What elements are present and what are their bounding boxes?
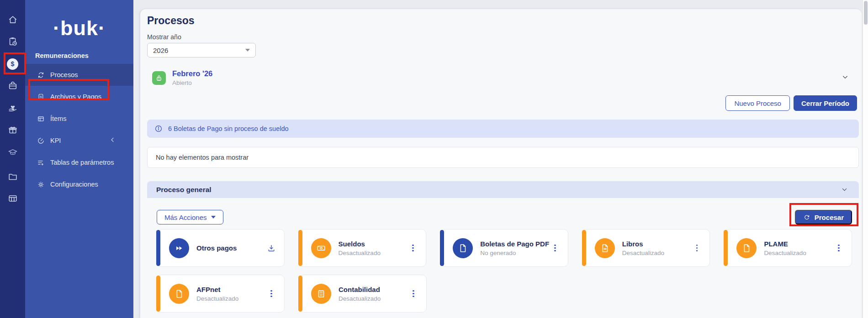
process-card-sueldos[interactable]: Sueldos Desactualizado: [299, 229, 427, 267]
main-panel: Procesos Mostrar año 2026 Febrero '26 Ab…: [140, 9, 862, 318]
sidebar-item-label: KPI: [50, 137, 61, 144]
period-row: Febrero '26 Abierto: [147, 69, 859, 86]
download-icon[interactable]: [266, 243, 277, 254]
buk-logo[interactable]: ·buk·: [25, 16, 133, 40]
section-actions: Más Acciones Procesar: [157, 210, 852, 224]
year-select[interactable]: 2026: [147, 43, 256, 57]
card-status: Desactualizado: [339, 250, 381, 256]
card-accent: [582, 230, 586, 266]
year-select-label: Mostrar año: [147, 33, 859, 41]
sidebar: ·buk· Remuneraciones Procesos $ Archivos…: [25, 0, 133, 318]
sidebar-item-label: Archivos y Pagos: [50, 93, 101, 100]
scrollbar-thumb[interactable]: [864, 1, 868, 25]
card-accent: [440, 230, 444, 266]
sidebar-item-archivos-y-pagos[interactable]: $ Archivos y Pagos: [25, 86, 133, 108]
calculator-icon: [311, 284, 331, 304]
sidebar-collapse-chevron-icon[interactable]: [109, 136, 116, 145]
gauge-icon: [37, 137, 45, 145]
cerrar-periodo-button[interactable]: Cerrar Período: [794, 95, 857, 111]
procesar-label: Procesar: [815, 214, 844, 221]
card-title: Libros: [622, 240, 643, 248]
hand-heart-icon[interactable]: [0, 99, 25, 117]
card-status: Desactualizado: [196, 295, 238, 302]
sync-icon: [37, 71, 45, 79]
kebab-menu-icon[interactable]: [833, 243, 844, 254]
card-title: Sueldos: [339, 240, 365, 248]
sidebar-item-items[interactable]: Ítems: [25, 108, 133, 130]
process-card-plame[interactable]: PLAME Desactualizado: [724, 229, 852, 267]
card-accent: [156, 230, 160, 266]
dollar-coin-icon[interactable]: $: [0, 55, 25, 73]
card-title: PLAME: [764, 240, 788, 248]
dollar-coin: $: [7, 58, 18, 70]
card-status: Desactualizado: [764, 250, 806, 256]
mas-acciones-button[interactable]: Más Acciones: [157, 210, 223, 224]
kebab-menu-icon[interactable]: [408, 288, 419, 299]
section-title: Proceso general: [156, 186, 212, 194]
info-icon: [154, 125, 163, 133]
process-card-libros[interactable]: Libros Desactualizado: [582, 229, 710, 267]
kebab-menu-icon[interactable]: [691, 243, 702, 254]
kebab-menu-icon[interactable]: [408, 243, 418, 254]
year-select-value: 2026: [153, 47, 168, 54]
info-alert-text: 6 Boletas de Pago sin proceso de sueldo: [168, 125, 289, 132]
sidebar-item-configuraciones[interactable]: Configuraciones: [25, 173, 133, 195]
empty-state: No hay elementos para mostrar: [147, 147, 859, 168]
proceso-general-header[interactable]: Proceso general: [147, 181, 859, 198]
kebab-menu-icon[interactable]: [550, 243, 561, 254]
open-padlock-icon: [152, 71, 166, 85]
table-icon: [37, 115, 45, 123]
sidebar-nav: Procesos $ Archivos y Pagos Ítems KPI Ta…: [25, 64, 133, 195]
mas-acciones-label: Más Acciones: [164, 214, 207, 221]
section-body: Más Acciones Procesar Otros pagos: [147, 198, 859, 313]
card-status: Desactualizado: [622, 250, 664, 256]
procesar-button[interactable]: Procesar: [795, 210, 852, 224]
card-status: Desactualizado: [339, 295, 381, 302]
period-status: Abierto: [172, 79, 212, 86]
chevron-down-icon: [245, 49, 250, 52]
chevron-down-icon: [211, 216, 216, 219]
document-icon: [169, 284, 189, 304]
list-plus-icon: [37, 159, 45, 167]
sidebar-item-label: Procesos: [50, 71, 78, 78]
card-accent: [298, 276, 302, 312]
document-icon: [736, 238, 757, 258]
archive-cabinet-icon[interactable]: [0, 189, 25, 208]
info-alert: 6 Boletas de Pago sin proceso de sueldo: [147, 120, 859, 138]
section-chevron-down-icon[interactable]: [841, 186, 848, 193]
period-chevron-down-icon[interactable]: [842, 73, 849, 83]
card-title: Otros pagos: [196, 244, 237, 252]
sidebar-section-label: Remuneraciones: [25, 52, 133, 59]
process-card-afpnet[interactable]: AFPnet Desactualizado: [157, 275, 285, 313]
process-cards-row-2: AFPnet Desactualizado Contabilidad Desac…: [157, 275, 852, 313]
gear-icon: [37, 181, 45, 188]
gift-icon[interactable]: [0, 121, 25, 139]
card-title: AFPnet: [196, 286, 221, 293]
banknote-icon: [311, 238, 331, 258]
clipboard-clock-icon[interactable]: [0, 32, 25, 51]
kebab-menu-icon[interactable]: [266, 288, 277, 299]
process-refresh-icon: [803, 214, 810, 221]
fast-forward-icon: [169, 238, 189, 258]
process-card-boletas-pdf[interactable]: Boletas de Pago PDF No generado: [440, 229, 568, 267]
payroll-bag-icon[interactable]: [0, 77, 25, 95]
sidebar-item-procesos[interactable]: Procesos: [25, 64, 133, 86]
process-card-contabilidad[interactable]: Contabilidad Desactualizado: [299, 275, 427, 313]
period-name: Febrero '26: [172, 69, 212, 78]
sidebar-item-tablas-de-parametros[interactable]: Tablas de parámetros: [25, 151, 133, 173]
module-rail: $: [0, 0, 25, 318]
card-status: No generado: [480, 250, 549, 256]
graduation-cap-icon[interactable]: [0, 143, 25, 162]
sidebar-item-kpi[interactable]: KPI: [25, 130, 133, 151]
sidebar-item-label: Tablas de parámetros: [50, 159, 114, 166]
svg-text:$: $: [40, 95, 42, 99]
process-card-otros-pagos[interactable]: Otros pagos: [157, 229, 285, 267]
proceso-general-section: Proceso general Más Acciones Procesar: [147, 181, 859, 313]
period-text: Febrero '26 Abierto: [172, 69, 212, 86]
card-accent: [156, 276, 160, 312]
folder-icon[interactable]: [0, 167, 25, 186]
home-icon[interactable]: [0, 10, 25, 29]
card-title: Contabilidad: [339, 286, 380, 293]
nuevo-proceso-button[interactable]: Nuevo Proceso: [725, 95, 790, 111]
vertical-scrollbar[interactable]: [863, 0, 868, 318]
